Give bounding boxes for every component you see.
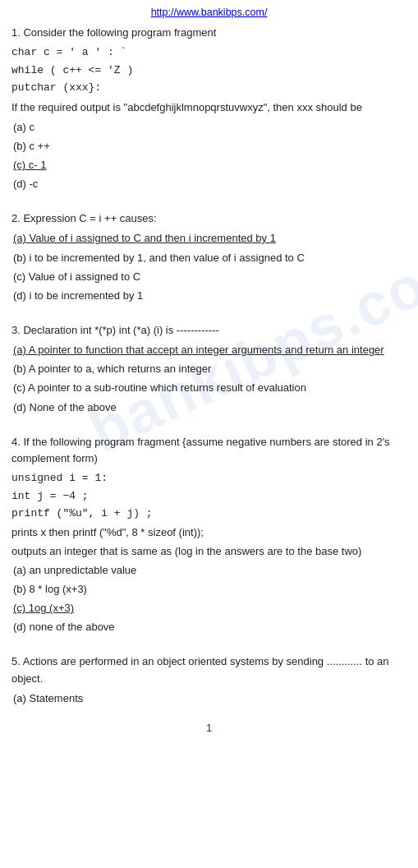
q1-option-c: (c) c- 1 — [11, 157, 407, 173]
q4-option-b: (b) 8 * log (x+3) — [11, 581, 407, 598]
q1-code-3: putchar (xxx}: — [11, 80, 407, 96]
q5-option-a: (a) Statements — [11, 690, 407, 707]
q1-code-2: while ( c++ <= 'Z ) — [11, 62, 407, 79]
q4-code-2: int j = −4 ; — [11, 488, 407, 505]
question-1: 1. Consider the following program fragme… — [11, 25, 407, 192]
q4-option-c-text: (c) 1og (x+3) — [13, 602, 74, 614]
question-5: 5. Actions are performed in an object or… — [11, 653, 407, 706]
q2-title: 2. Expression C = i ++ causes: — [11, 210, 407, 227]
q2-option-c: (c) Value of i assigned to C — [11, 269, 407, 285]
question-2: 2. Expression C = i ++ causes: (a) Value… — [11, 210, 407, 304]
q1-option-d: (d) -c — [11, 176, 407, 192]
q1-code-1: char c = ' a ' : ` — [11, 44, 407, 61]
url-bar: http://www.bankibps.com/ — [11, 7, 407, 18]
q4-option-a: (a) an unpredictable value — [11, 562, 407, 579]
q4-option-d: (d) none of the above — [11, 619, 407, 635]
q3-option-b: (b) A pointer to a, which returns an int… — [11, 361, 407, 377]
page-number: 1 — [11, 722, 407, 734]
q2-option-d: (d) i to be incremented by 1 — [11, 288, 407, 304]
q3-option-d: (d) None of the above — [11, 399, 407, 416]
q2-option-a: (a) Value of i assigned to C and then i … — [11, 230, 407, 247]
q1-option-c-text: (c) c- 1 — [13, 159, 46, 171]
q3-title: 3. Declaration int *(*p) int (*a) (i) is… — [11, 322, 407, 339]
q4-code-5: outputs an integer that is same as (log … — [11, 543, 407, 560]
q3-option-c: (c) A pointer to a sub-routine which ret… — [11, 380, 407, 396]
q1-option-a: (a) c — [11, 119, 407, 136]
question-4: 4. If the following program fragment {as… — [11, 434, 407, 636]
q1-title: 1. Consider the following program fragme… — [11, 25, 407, 41]
q5-title: 5. Actions are performed in an object or… — [11, 653, 407, 686]
q4-option-c: (c) 1og (x+3) — [11, 600, 407, 616]
q2-option-b: (b) i to be incremented by 1, and then v… — [11, 250, 407, 266]
url-link[interactable]: http://www.bankibps.com/ — [151, 7, 268, 18]
q1-option-b: (b) c ++ — [11, 138, 407, 155]
q4-code-3: printf ("%u", i + j) ; — [11, 506, 407, 522]
q4-code-4: prints x then printf ("%d", 8 * sizeof (… — [11, 524, 407, 541]
q3-option-a-text: (a) A pointer to function that accept an… — [13, 344, 384, 356]
q4-code-1: unsigned i = 1: — [11, 470, 407, 487]
q1-desc: If the required output is "abcdefghijklm… — [11, 99, 407, 116]
q3-option-a: (a) A pointer to function that accept an… — [11, 342, 407, 358]
question-3: 3. Declaration int *(*p) int (*a) (i) is… — [11, 322, 407, 416]
q2-option-a-text: (a) Value of i assigned to C and then i … — [13, 232, 276, 244]
q4-title: 4. If the following program fragment {as… — [11, 434, 407, 467]
